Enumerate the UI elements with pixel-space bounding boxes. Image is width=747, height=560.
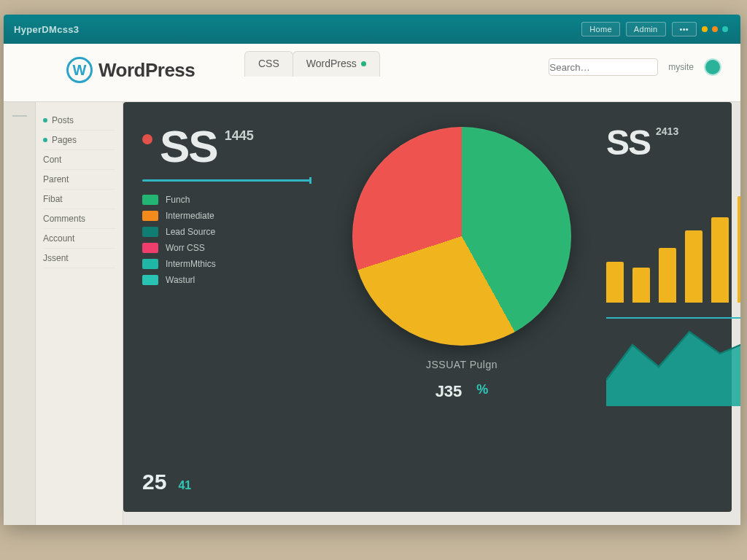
legend-label: Funch — [166, 195, 190, 205]
topbar: HyperDMcss3 Home Admin ••• — [4, 15, 740, 44]
legend-label: Lead Source — [166, 227, 215, 237]
active-dot-icon — [361, 61, 366, 66]
primary-metric: SS 1445 — [142, 124, 317, 169]
bar-chart — [606, 179, 740, 303]
secondary-metric-value: 2413 — [656, 125, 678, 137]
bar — [711, 217, 729, 303]
j-pct: % — [476, 382, 488, 401]
area-chart — [606, 317, 740, 397]
swatch-icon — [142, 243, 158, 253]
header: W WordPress CSS WordPress mysite — [4, 44, 740, 102]
tab-css[interactable]: CSS — [244, 51, 293, 77]
pie-footer-metrics: J35 % — [436, 382, 489, 401]
wordpress-logo-text: WordPress — [98, 59, 195, 82]
sidebar-item-label: Jssent — [43, 253, 69, 263]
footer-metrics: 25 41 — [142, 456, 317, 494]
topbar-chip[interactable]: Home — [581, 22, 620, 36]
swatch-icon — [142, 275, 158, 285]
record-dot-icon — [142, 134, 152, 144]
bar — [685, 230, 703, 303]
bar — [632, 268, 650, 303]
app-window: HyperDMcss3 Home Admin ••• W WordPress C… — [4, 15, 740, 525]
sidebar-item-label: Fibat — [43, 194, 63, 204]
bar — [738, 196, 740, 303]
status-dot-icon — [722, 26, 728, 32]
footer-metric-primary: 25 — [142, 470, 166, 494]
bar — [606, 262, 624, 303]
pie-chart-graphic — [352, 127, 571, 346]
sidebar-item[interactable]: Comments — [43, 209, 115, 229]
topbar-chip[interactable]: Admin — [626, 22, 666, 36]
tab-label: CSS — [258, 58, 279, 69]
footer-metric-secondary: 41 — [178, 479, 191, 492]
sidebar-item-label: Cont — [43, 155, 61, 165]
legend-item[interactable]: Wasturl — [142, 275, 317, 285]
header-tabs: CSS WordPress — [244, 51, 379, 77]
legend-label: IntermMthics — [166, 259, 216, 269]
avatar[interactable] — [704, 58, 721, 76]
area-chart-graphic — [606, 319, 740, 406]
wordpress-icon: W — [66, 57, 93, 83]
bar — [659, 248, 676, 303]
legend-label: Intermediate — [166, 211, 214, 221]
sidebar-item[interactable]: Parent — [43, 170, 115, 190]
sidebar-item[interactable]: Account — [43, 229, 115, 249]
sidebar-item[interactable]: Fibat — [43, 190, 115, 209]
legend-item[interactable]: Intermediate — [142, 211, 317, 221]
metric-column: SS 1445 Funch Intermediate Lead Source W… — [142, 120, 317, 494]
rail-divider — [12, 115, 27, 117]
topbar-brand: HyperDMcss3 — [14, 24, 79, 35]
secondary-metric: SS 2413 — [606, 122, 740, 163]
sidebar-item-label: Account — [43, 233, 74, 244]
legend-item[interactable]: Lead Source — [142, 227, 317, 237]
analytics-panel: SS 1445 Funch Intermediate Lead Source W… — [123, 102, 732, 512]
sidebar-item[interactable]: Pages — [43, 131, 115, 150]
sidebar-item-label: Posts — [52, 115, 74, 125]
sidebar-item-label: Comments — [43, 214, 85, 224]
pie-caption: JSSUAT Pulgn — [426, 359, 498, 370]
sidebar-item[interactable]: Posts — [43, 111, 115, 131]
icon-rail — [4, 44, 36, 525]
metric-label: SS — [160, 124, 217, 169]
metric-value: 1445 — [225, 128, 254, 144]
pie-legend: Funch Intermediate Lead Source Worr CSS … — [142, 195, 317, 285]
status-dot-icon — [712, 26, 718, 32]
swatch-icon — [142, 195, 158, 205]
sidebar-item[interactable]: Jssent — [43, 249, 115, 268]
legend-label: Worr CSS — [166, 243, 205, 253]
tab-wordpress[interactable]: WordPress — [293, 51, 380, 77]
search-input[interactable] — [549, 58, 658, 76]
legend-label: Wasturl — [166, 275, 195, 285]
legend-item[interactable]: Funch — [142, 195, 317, 205]
pie-chart — [352, 127, 571, 346]
legend-item[interactable]: IntermMthics — [142, 259, 317, 269]
sidebar-item-label: Pages — [52, 135, 77, 145]
legend-item[interactable]: Worr CSS — [142, 243, 317, 253]
swatch-icon — [142, 211, 158, 221]
secondary-metric-label: SS — [606, 122, 650, 163]
sidebar-item-label: Parent — [43, 174, 69, 184]
bullet-icon — [43, 138, 47, 142]
header-right: mysite — [549, 58, 721, 76]
j-metric: J35 — [436, 382, 462, 401]
site-label: mysite — [668, 62, 694, 72]
topbar-chip[interactable]: ••• — [672, 22, 697, 36]
metric-underline — [142, 179, 310, 182]
pie-column: JSSUAT Pulgn J35 % — [330, 120, 593, 494]
right-column: 02.4 M SS 2413 400 300 200 100 — [606, 120, 740, 494]
status-dot-icon — [702, 26, 708, 32]
swatch-icon — [142, 227, 158, 237]
wordpress-logo[interactable]: W WordPress — [66, 57, 195, 83]
sidebar: Posts Pages Cont Parent Fibat Comments A… — [36, 102, 123, 525]
swatch-icon — [142, 259, 158, 269]
tab-label: WordPress — [306, 58, 357, 69]
sidebar-item[interactable]: Cont — [43, 150, 115, 170]
bullet-icon — [43, 118, 47, 122]
